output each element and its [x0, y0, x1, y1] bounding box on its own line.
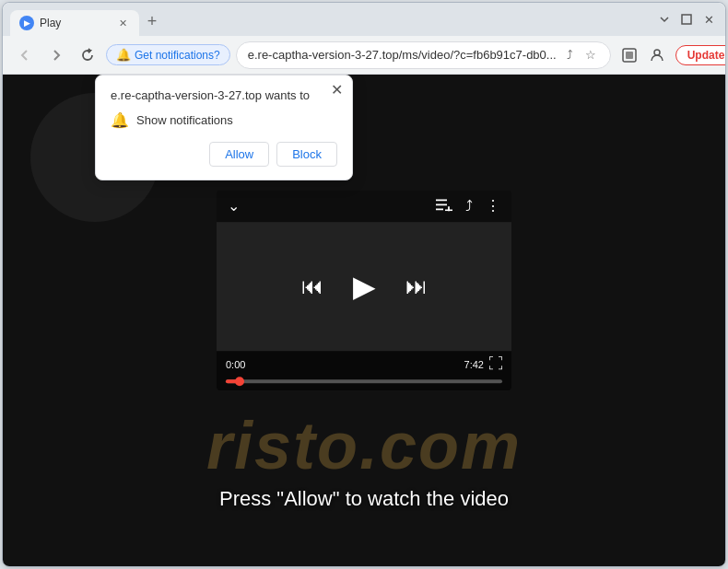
svg-rect-2 — [626, 52, 633, 59]
video-bottom-bar: 0:00 7:42 — [217, 351, 511, 390]
new-tab-button[interactable]: + — [139, 8, 165, 34]
refresh-button[interactable] — [75, 42, 100, 68]
profile-icon[interactable] — [644, 42, 670, 68]
close-button[interactable]: ✕ — [699, 10, 718, 29]
maximize-button[interactable] — [677, 10, 696, 29]
popup-bell-icon: 🔔 — [111, 111, 129, 129]
tab-title: Play — [40, 17, 110, 29]
toolbar-icons — [616, 42, 670, 68]
tab-strip: ▶ Play ✕ + — [10, 3, 655, 36]
popup-notification-row: 🔔 Show notifications — [111, 111, 337, 129]
minimize-button[interactable] — [655, 10, 674, 29]
tab-close-button[interactable]: ✕ — [115, 16, 130, 30]
video-more-icon[interactable]: ⋮ — [486, 197, 500, 215]
video-next-button[interactable]: ⏭ — [405, 273, 428, 299]
video-progress-fill — [226, 379, 240, 383]
svg-point-3 — [654, 50, 660, 55]
video-time-row: 0:00 7:42 — [226, 354, 502, 376]
window-controls: ✕ — [655, 10, 718, 29]
forward-button[interactable] — [43, 42, 69, 68]
popup-close-button[interactable]: ✕ — [331, 83, 343, 98]
svg-rect-0 — [682, 15, 691, 24]
extension-icon[interactable] — [616, 42, 642, 68]
title-bar: ▶ Play ✕ + ✕ — [3, 3, 725, 36]
video-progress-bar[interactable] — [226, 379, 502, 383]
notification-pill-text: Get notifications? — [135, 49, 220, 62]
popup-buttons: Allow Block — [111, 142, 337, 167]
video-chevron-down[interactable]: ⌄ — [228, 197, 240, 215]
popup-block-button[interactable]: Block — [276, 142, 337, 167]
notification-popup: ✕ e.re-captha-version-3-27.top wants to … — [95, 75, 353, 180]
watermark-text: risto.com — [206, 408, 522, 483]
video-prev-button[interactable]: ⏮ — [301, 273, 323, 299]
video-time-total: 7:42 — [464, 359, 484, 370]
video-main: ⏮ ▶ ⏭ — [217, 222, 511, 351]
popup-notification-label: Show notifications — [136, 113, 233, 127]
video-top-bar: ⌄ ⤴ ⋮ — [217, 190, 511, 222]
video-play-button[interactable]: ▶ — [353, 269, 376, 304]
notification-pill[interactable]: 🔔 Get notifications? — [106, 44, 230, 65]
video-time-current: 0:00 — [226, 359, 245, 370]
toolbar: 🔔 Get notifications? e.re-captha-version… — [3, 36, 725, 75]
popup-site-text: e.re-captha-version-3-27.top wants to — [111, 88, 337, 102]
popup-allow-button[interactable]: Allow — [209, 142, 269, 167]
video-progress-dot — [235, 377, 244, 386]
page-content: risto.com ⌄ ⤴ ⋮ ⏮ ▶ ⏭ — [3, 75, 725, 566]
video-share-icon[interactable]: ⤴ — [465, 198, 473, 215]
video-caption: Press "Allow" to watch the video — [219, 487, 509, 511]
address-icons: ⤴ ☆ — [562, 47, 599, 64]
bell-icon: 🔔 — [116, 48, 131, 62]
back-button[interactable] — [12, 42, 38, 68]
video-add-queue-icon[interactable] — [436, 198, 452, 214]
active-tab[interactable]: ▶ Play ✕ — [10, 10, 139, 36]
update-button[interactable]: Update — [675, 45, 726, 65]
browser-window: ▶ Play ✕ + ✕ — [2, 2, 726, 567]
video-top-controls: ⤴ ⋮ — [436, 197, 500, 215]
share-page-icon[interactable]: ⤴ — [562, 47, 579, 64]
address-bar[interactable]: e.re-captha-version-3-27.top/ms/video/?c… — [236, 41, 611, 69]
video-player: ⌄ ⤴ ⋮ ⏮ ▶ ⏭ 0:00 — [217, 190, 511, 390]
video-fullscreen-icon[interactable] — [489, 356, 502, 372]
bookmark-icon[interactable]: ☆ — [582, 47, 599, 64]
tab-favicon: ▶ — [19, 16, 34, 30]
url-text: e.re-captha-version-3-27.top/ms/video/?c… — [248, 48, 557, 62]
